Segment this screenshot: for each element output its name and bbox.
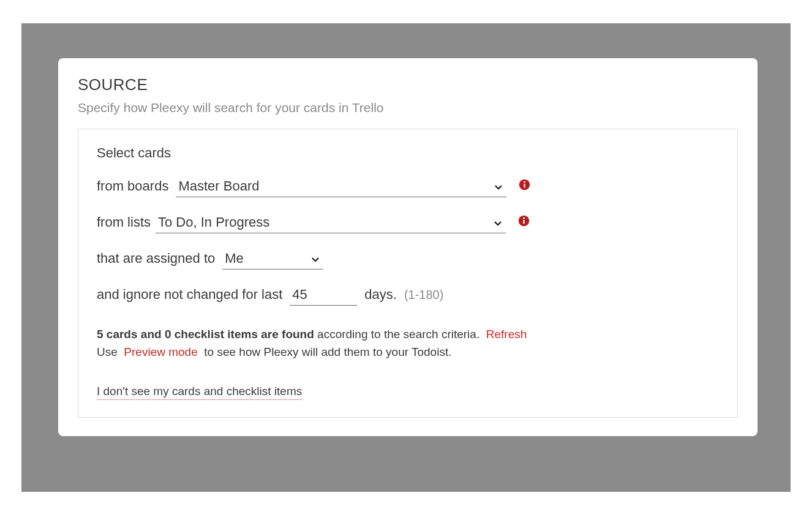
result-line2-before: Use	[97, 345, 121, 358]
svg-point-5	[523, 217, 525, 219]
result-summary: 5 cards and 0 checklist items are found …	[97, 325, 719, 361]
ignore-range-hint: (1-180)	[404, 288, 443, 302]
row-from-lists: from lists To Do, In Progress	[97, 213, 719, 233]
source-settings-card: SOURCE Specify how Pleexy will search fo…	[58, 58, 757, 436]
panel-heading: Select cards	[97, 145, 719, 161]
from-lists-label: from lists	[97, 214, 151, 230]
result-count: 5 cards and 0 checklist items are found	[97, 328, 314, 341]
row-ignore-days: and ignore not changed for last days. (1…	[97, 285, 719, 306]
assigned-select[interactable]: Me	[222, 249, 323, 270]
svg-point-2	[524, 181, 525, 183]
section-title: SOURCE	[78, 75, 738, 94]
row-from-boards: from boards Master Board	[97, 177, 719, 197]
result-after-strong: according to the search criteria.	[314, 328, 483, 341]
ignore-days-input[interactable]	[290, 285, 357, 306]
select-cards-panel: Select cards from boards Master Board fr…	[78, 129, 738, 418]
lists-select-value[interactable]: To Do, In Progress	[156, 213, 506, 233]
section-subtitle: Specify how Pleexy will search for your …	[78, 100, 738, 115]
info-icon[interactable]	[518, 215, 530, 227]
from-boards-label: from boards	[97, 178, 168, 194]
lists-select[interactable]: To Do, In Progress	[156, 213, 506, 233]
row-assigned-to: that are assigned to Me	[97, 249, 719, 270]
boards-select-value[interactable]: Master Board	[176, 177, 506, 197]
assigned-select-value[interactable]: Me	[222, 249, 323, 270]
ignore-label-after: days.	[364, 287, 397, 303]
refresh-link[interactable]: Refresh	[486, 328, 527, 341]
preview-mode-link[interactable]: Preview mode	[124, 345, 197, 358]
result-line2-after: to see how Pleexy will add them to your …	[201, 345, 451, 358]
boards-select[interactable]: Master Board	[176, 177, 506, 197]
assigned-to-label: that are assigned to	[97, 251, 215, 266]
info-icon[interactable]	[519, 179, 530, 190]
svg-rect-1	[524, 184, 525, 187]
svg-rect-4	[523, 220, 524, 224]
ignore-label-before: and ignore not changed for last	[97, 287, 282, 303]
help-missing-cards-link[interactable]: I don't see my cards and checklist items	[97, 385, 302, 400]
